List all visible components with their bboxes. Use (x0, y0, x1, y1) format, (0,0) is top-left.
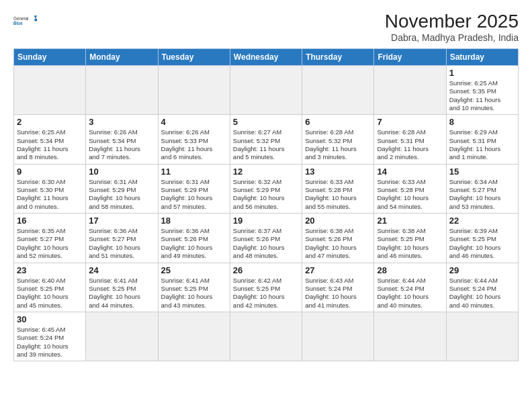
svg-marker-2 (34, 15, 38, 19)
day-5: 5 Sunrise: 6:27 AMSunset: 5:32 PMDayligh… (230, 115, 302, 164)
logo: GeneralBlue (13, 11, 38, 31)
day-27: 27 Sunrise: 6:43 AMSunset: 5:24 PMDaylig… (302, 263, 374, 312)
day-4: 4 Sunrise: 6:26 AMSunset: 5:33 PMDayligh… (158, 115, 230, 164)
calendar-table: Sunday Monday Tuesday Wednesday Thursday… (13, 48, 519, 361)
empty-cell (230, 312, 302, 361)
day-12: 12 Sunrise: 6:32 AMSunset: 5:29 PMDaylig… (230, 164, 302, 213)
week-row-4: 16 Sunrise: 6:35 AMSunset: 5:27 PMDaylig… (14, 214, 519, 263)
week-row-1: 1 Sunrise: 6:25 AMSunset: 5:35 PMDayligh… (14, 66, 519, 115)
day-16: 16 Sunrise: 6:35 AMSunset: 5:27 PMDaylig… (14, 214, 86, 263)
svg-rect-3 (35, 19, 38, 21)
empty-cell (86, 66, 158, 115)
empty-cell (158, 66, 230, 115)
day-info-1: Sunrise: 6:25 AMSunset: 5:35 PMDaylight:… (449, 79, 501, 111)
day-25: 25 Sunrise: 6:41 AMSunset: 5:25 PMDaylig… (158, 263, 230, 312)
day-14: 14 Sunrise: 6:33 AMSunset: 5:28 PMDaylig… (374, 164, 446, 213)
day-20: 20 Sunrise: 6:38 AMSunset: 5:26 PMDaylig… (302, 214, 374, 263)
day-13: 13 Sunrise: 6:33 AMSunset: 5:28 PMDaylig… (302, 164, 374, 213)
location: Dabra, Madhya Pradesh, India (385, 32, 519, 43)
header-monday: Monday (86, 49, 158, 66)
header-sunday: Sunday (14, 49, 86, 66)
day-9: 9 Sunrise: 6:30 AMSunset: 5:30 PMDayligh… (14, 164, 86, 213)
empty-cell (374, 66, 446, 115)
empty-cell (86, 312, 158, 361)
empty-cell (14, 66, 86, 115)
day-2: 2 Sunrise: 6:25 AMSunset: 5:34 PMDayligh… (14, 115, 86, 164)
generalblue-logo-icon: GeneralBlue (13, 11, 38, 31)
week-row-5: 23 Sunrise: 6:40 AMSunset: 5:25 PMDaylig… (14, 263, 519, 312)
title-block: November 2025 Dabra, Madhya Pradesh, Ind… (385, 11, 519, 43)
day-23: 23 Sunrise: 6:40 AMSunset: 5:25 PMDaylig… (14, 263, 86, 312)
empty-cell (158, 312, 230, 361)
day-22: 22 Sunrise: 6:39 AMSunset: 5:25 PMDaylig… (446, 214, 518, 263)
header-friday: Friday (374, 49, 446, 66)
day-30: 30 Sunrise: 6:45 AMSunset: 5:24 PMDaylig… (14, 312, 86, 361)
header-tuesday: Tuesday (158, 49, 230, 66)
week-row-6: 30 Sunrise: 6:45 AMSunset: 5:24 PMDaylig… (14, 312, 519, 361)
svg-text:Blue: Blue (13, 21, 23, 26)
day-7: 7 Sunrise: 6:28 AMSunset: 5:31 PMDayligh… (374, 115, 446, 164)
day-10: 10 Sunrise: 6:31 AMSunset: 5:29 PMDaylig… (86, 164, 158, 213)
svg-text:General: General (13, 16, 28, 21)
header-thursday: Thursday (302, 49, 374, 66)
header-saturday: Saturday (446, 49, 518, 66)
day-21: 21 Sunrise: 6:38 AMSunset: 5:25 PMDaylig… (374, 214, 446, 263)
day-11: 11 Sunrise: 6:31 AMSunset: 5:29 PMDaylig… (158, 164, 230, 213)
day-6: 6 Sunrise: 6:28 AMSunset: 5:32 PMDayligh… (302, 115, 374, 164)
day-29: 29 Sunrise: 6:44 AMSunset: 5:24 PMDaylig… (446, 263, 518, 312)
header: GeneralBlue November 2025 Dabra, Madhya … (13, 11, 519, 43)
day-1: 1 Sunrise: 6:25 AMSunset: 5:35 PMDayligh… (446, 66, 518, 115)
empty-cell (446, 312, 518, 361)
empty-cell (302, 66, 374, 115)
day-24: 24 Sunrise: 6:41 AMSunset: 5:25 PMDaylig… (86, 263, 158, 312)
day-17: 17 Sunrise: 6:36 AMSunset: 5:27 PMDaylig… (86, 214, 158, 263)
empty-cell (230, 66, 302, 115)
empty-cell (374, 312, 446, 361)
week-row-3: 9 Sunrise: 6:30 AMSunset: 5:30 PMDayligh… (14, 164, 519, 213)
day-8: 8 Sunrise: 6:29 AMSunset: 5:31 PMDayligh… (446, 115, 518, 164)
day-number-1: 1 (449, 68, 515, 78)
day-26: 26 Sunrise: 6:42 AMSunset: 5:25 PMDaylig… (230, 263, 302, 312)
week-row-2: 2 Sunrise: 6:25 AMSunset: 5:34 PMDayligh… (14, 115, 519, 164)
day-15: 15 Sunrise: 6:34 AMSunset: 5:27 PMDaylig… (446, 164, 518, 213)
page: GeneralBlue November 2025 Dabra, Madhya … (0, 0, 532, 411)
day-3: 3 Sunrise: 6:26 AMSunset: 5:34 PMDayligh… (86, 115, 158, 164)
day-19: 19 Sunrise: 6:37 AMSunset: 5:26 PMDaylig… (230, 214, 302, 263)
empty-cell (302, 312, 374, 361)
day-28: 28 Sunrise: 6:44 AMSunset: 5:24 PMDaylig… (374, 263, 446, 312)
month-title: November 2025 (385, 11, 519, 32)
header-wednesday: Wednesday (230, 49, 302, 66)
day-18: 18 Sunrise: 6:36 AMSunset: 5:26 PMDaylig… (158, 214, 230, 263)
weekday-header-row: Sunday Monday Tuesday Wednesday Thursday… (14, 49, 519, 66)
